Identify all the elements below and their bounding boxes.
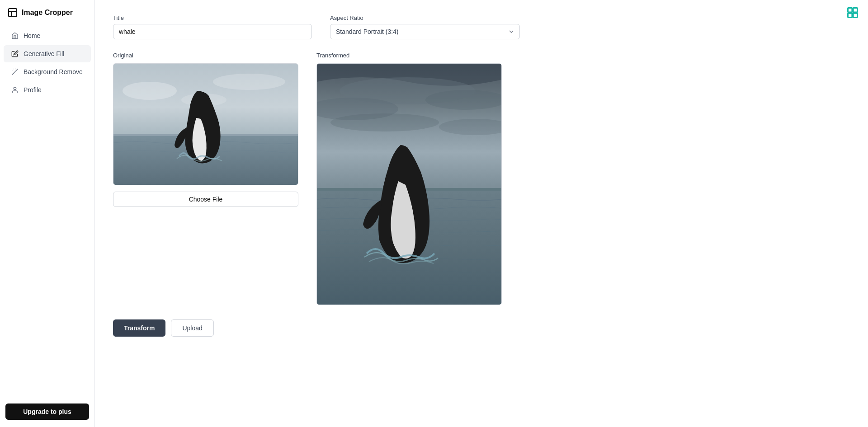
aspect-ratio-group: Aspect Ratio Standard Portrait (3:4) Squ… [330,14,520,39]
transformed-image [317,64,501,305]
sidebar: Image Cropper Home Generative Fill [0,0,95,427]
transformed-section: Transformed [316,52,502,305]
original-image [113,64,298,185]
transformed-label: Transformed [316,52,502,59]
sidebar-item-home[interactable]: Home [4,27,91,44]
title-label: Title [113,14,312,21]
transform-button[interactable]: Transform [113,319,165,337]
choose-file-button[interactable]: Choose File [113,192,298,207]
upload-button[interactable]: Upload [171,319,213,337]
sidebar-item-profile[interactable]: Profile [4,81,91,99]
aspect-ratio-label: Aspect Ratio [330,14,520,21]
home-icon [11,32,19,40]
title-group: Title [113,14,312,39]
original-whale-svg [113,64,298,185]
svg-point-17 [330,113,439,131]
svg-point-8 [123,82,177,100]
images-row: Original [113,52,850,305]
svg-rect-5 [848,13,852,17]
sidebar-item-generative-fill[interactable]: Generative Fill [4,45,91,62]
original-label: Original [113,52,298,59]
transformed-image-container [316,63,502,305]
svg-rect-3 [848,8,852,12]
app-title: Image Cropper [22,9,73,17]
sidebar-nav: Home Generative Fill Background Remove [0,27,94,396]
svg-point-9 [213,74,285,90]
original-section: Original [113,52,298,305]
logo-icon [7,7,18,18]
app-logo[interactable]: Image Cropper [0,7,94,27]
svg-line-1 [12,69,18,75]
form-row: Title Aspect Ratio Standard Portrait (3:… [113,14,850,39]
transformed-whale-svg [317,64,501,305]
user-icon [11,86,19,94]
main-content: Title Aspect Ratio Standard Portrait (3:… [95,0,868,427]
svg-rect-6 [853,13,857,17]
wand-icon [11,68,19,76]
top-right-icon[interactable] [846,6,859,22]
upgrade-button[interactable]: Upgrade to plus [5,404,89,420]
sidebar-item-home-label: Home [24,32,40,39]
aspect-ratio-select[interactable]: Standard Portrait (3:4) Square (1:1) Lan… [330,24,520,39]
sidebar-item-background-remove-label: Background Remove [24,68,83,75]
original-image-container [113,63,298,185]
svg-point-2 [14,87,16,89]
sidebar-item-profile-label: Profile [24,86,42,94]
svg-rect-0 [9,9,17,17]
action-row: Transform Upload [113,319,850,337]
title-input[interactable] [113,24,312,39]
svg-rect-4 [853,8,857,12]
edit-icon [11,50,19,58]
sidebar-item-generative-fill-label: Generative Fill [24,50,64,57]
sidebar-item-background-remove[interactable]: Background Remove [4,63,91,80]
